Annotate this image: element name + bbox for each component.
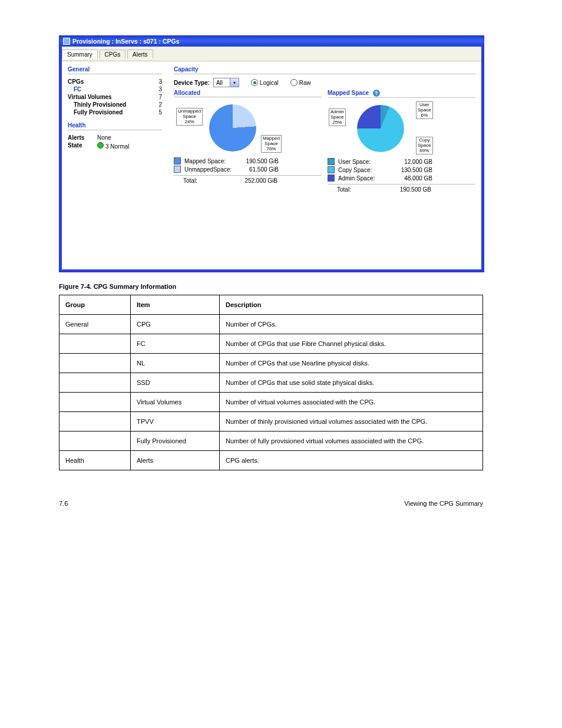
user-space-label: User Space: <box>338 159 391 165</box>
cell-description: Number of CPGs. <box>220 315 483 334</box>
allocated-title: Allocated <box>174 90 322 97</box>
tab-cpgs[interactable]: CPGs <box>100 50 126 58</box>
pie-icon <box>357 105 404 152</box>
cell-item: Virtual Volumes <box>131 393 220 412</box>
page-number: 7.6 <box>59 500 68 507</box>
mapped-total-label: Total: <box>337 186 390 193</box>
vv-label: Virtual Volumes <box>68 94 112 100</box>
state-value: 3 Normal <box>105 143 130 150</box>
cell-group <box>59 373 131 393</box>
cell-description: Number of CPGs that use solid state phys… <box>220 373 483 393</box>
device-type-label: Device Type: <box>174 80 210 86</box>
window-app-icon <box>63 38 70 45</box>
cell-group <box>59 412 131 431</box>
alerts-label: Alerts <box>68 134 97 141</box>
allocated-legend: Mapped Space:190.500 GiB UnmappedSpace:6… <box>174 157 322 185</box>
mapped-space-title: Mapped Space <box>328 90 369 96</box>
section-capacity-title: Capacity <box>174 66 475 74</box>
cell-group <box>59 354 131 373</box>
admin-space-label: Admin Space: <box>338 175 391 182</box>
allocated-pie-chart: UnmappedSpace24% MappedSpace76% <box>174 101 322 157</box>
alloc-total-value: 252.000 GiB <box>236 177 277 184</box>
mapped-pie-chart: AdminSpace25% UserSpace6% CopySpace69% <box>328 101 475 157</box>
section-health-title: Health <box>68 122 162 130</box>
radio-raw[interactable]: Raw <box>290 79 311 86</box>
table-row: FCNumber of CPGs that use Fibre Channel … <box>59 334 483 354</box>
full-label: Fully Provisioned <box>68 109 123 116</box>
tab-summary[interactable]: Summary <box>62 50 98 59</box>
cell-description: CPG alerts. <box>220 451 483 470</box>
info-icon[interactable]: ? <box>373 90 380 97</box>
state-label: State <box>68 142 97 150</box>
mapped-label: Mapped Space: <box>184 158 237 164</box>
table-row: TPVVNumber of thinly provisioned virtual… <box>59 412 483 431</box>
table-row: SSDNumber of CPGs that use solid state p… <box>59 373 483 393</box>
state-normal-icon <box>97 142 104 149</box>
user-space-value: 12.000 GB <box>391 159 432 165</box>
window-titlebar: Provisioning : InServs : s071 : CPGs <box>59 36 484 47</box>
col-description: Description <box>220 295 483 315</box>
cell-description: Number of CPGs that use Nearline physica… <box>220 354 483 373</box>
thin-label: Thinly Provisioned <box>68 101 126 108</box>
alerts-value: None <box>97 134 162 141</box>
radio-raw-label: Raw <box>299 80 311 86</box>
cell-item: Fully Provisioned <box>131 431 220 451</box>
section-general-title: General <box>68 66 162 74</box>
col-item: Item <box>131 295 220 315</box>
device-type-select[interactable]: All ▾ <box>213 78 239 87</box>
fc-value: 3 <box>158 86 162 93</box>
copy-space-value: 130.500 GB <box>391 167 432 173</box>
unmapped-value: 61.500 GiB <box>237 166 279 173</box>
table-row: Fully ProvisionedNumber of fully provisi… <box>59 431 483 451</box>
fc-label[interactable]: FC <box>68 86 81 93</box>
chevron-down-icon[interactable]: ▾ <box>230 78 239 87</box>
col-group: Group <box>59 295 131 315</box>
swatch-icon <box>174 166 181 173</box>
figure-caption: Figure 7-4. CPG Summary Information <box>59 283 527 290</box>
admin-space-value: 48.000 GB <box>391 175 432 182</box>
table-row: GeneralCPGNumber of CPGs. <box>59 315 483 334</box>
device-type-value: All <box>214 80 230 86</box>
vv-value: 7 <box>158 94 162 100</box>
radio-logical[interactable]: Logical <box>251 79 279 86</box>
mapped-total-value: 190.500 GB <box>390 186 431 193</box>
cell-item: TPVV <box>131 412 220 431</box>
thin-value: 2 <box>158 101 162 108</box>
cell-item: Alerts <box>131 451 220 470</box>
page-section-title: Viewing the CPG Summary <box>404 500 483 507</box>
callout-mapped: MappedSpace76% <box>261 135 282 153</box>
cell-item: NL <box>131 354 220 373</box>
alloc-total-label: Total: <box>183 177 236 184</box>
cell-group: General <box>59 315 131 334</box>
cpgs-value: 3 <box>158 78 162 85</box>
unmapped-label: UnmappedSpace: <box>184 166 237 173</box>
table-row: HealthAlertsCPG alerts. <box>59 451 483 470</box>
swatch-icon <box>328 158 335 165</box>
mapped-space-block: Mapped Space ? AdminSpace25% UserSpace6%… <box>328 90 475 193</box>
swatch-icon <box>328 166 335 173</box>
page-footer: 7.6 Viewing the CPG Summary <box>59 500 483 507</box>
cpgs-label: CPGs <box>68 78 84 85</box>
cell-description: Number of virtual volumes associated wit… <box>220 393 483 412</box>
radio-on-icon <box>251 79 258 86</box>
mapped-legend: User Space:12.000 GB Copy Space:130.500 … <box>328 157 475 193</box>
swatch-icon <box>328 174 335 182</box>
allocated-block: Allocated UnmappedSpace24% MappedSpace76… <box>174 90 322 193</box>
callout-user: UserSpace6% <box>416 101 433 119</box>
cell-description: Number of CPGs that use Fibre Channel ph… <box>220 334 483 354</box>
window-title: Provisioning : InServs : s071 : CPGs <box>72 36 179 47</box>
cpg-summary-window: Provisioning : InServs : s071 : CPGs Sum… <box>59 35 484 272</box>
full-value: 5 <box>158 109 162 116</box>
callout-admin: AdminSpace25% <box>329 108 346 126</box>
cell-description: Number of fully provisioned virtual volu… <box>220 431 483 451</box>
tab-strip: Summary CPGs Alerts <box>59 47 484 61</box>
right-panel: Capacity Device Type: All ▾ Logical Raw <box>174 66 475 193</box>
radio-off-icon <box>290 79 297 86</box>
left-panel: General CPGs3 FC3 Virtual Volumes7 Thinl… <box>68 66 162 193</box>
table-row: NLNumber of CPGs that use Nearline physi… <box>59 354 483 373</box>
tab-alerts[interactable]: Alerts <box>127 50 153 58</box>
swatch-icon <box>174 157 181 164</box>
pie-icon <box>209 104 256 151</box>
callout-copy: CopySpace69% <box>416 137 433 154</box>
radio-logical-label: Logical <box>260 80 279 86</box>
